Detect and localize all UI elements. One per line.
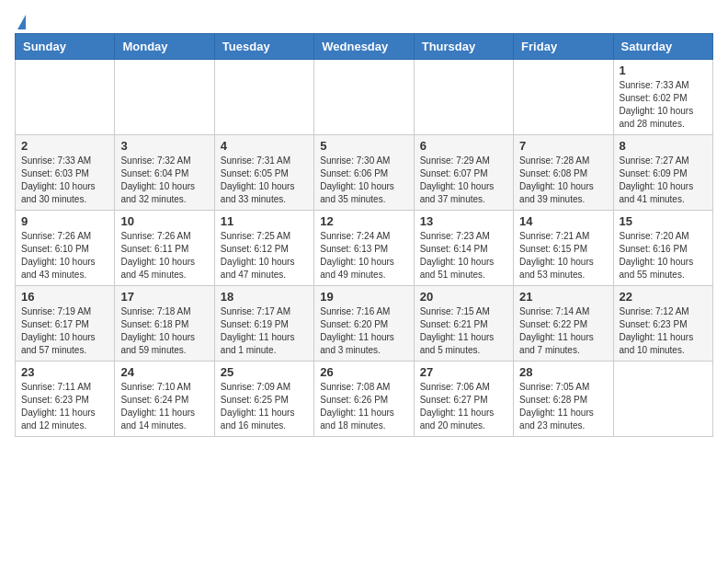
day-number-5: 5 bbox=[320, 139, 407, 153]
day-info-20: Sunrise: 7:15 AM Sunset: 6:21 PM Dayligh… bbox=[420, 305, 507, 357]
calendar-body: 1Sunrise: 7:33 AM Sunset: 6:02 PM Daylig… bbox=[16, 60, 713, 437]
day-cell-16: 16Sunrise: 7:19 AM Sunset: 6:17 PM Dayli… bbox=[16, 286, 115, 362]
day-number-15: 15 bbox=[620, 214, 707, 228]
empty-cell bbox=[414, 60, 513, 135]
day-cell-1: 1Sunrise: 7:33 AM Sunset: 6:02 PM Daylig… bbox=[613, 60, 712, 135]
calendar-table: SundayMondayTuesdayWednesdayThursdayFrid… bbox=[15, 33, 713, 437]
day-info-23: Sunrise: 7:11 AM Sunset: 6:23 PM Dayligh… bbox=[21, 381, 108, 432]
day-cell-11: 11Sunrise: 7:25 AM Sunset: 6:12 PM Dayli… bbox=[214, 211, 313, 286]
weekday-header-friday: Friday bbox=[514, 34, 613, 60]
day-number-16: 16 bbox=[21, 290, 108, 304]
day-info-4: Sunrise: 7:31 AM Sunset: 6:05 PM Dayligh… bbox=[221, 155, 308, 206]
day-number-1: 1 bbox=[620, 63, 707, 77]
day-number-6: 6 bbox=[420, 139, 507, 153]
day-cell-28: 28Sunrise: 7:05 AM Sunset: 6:28 PM Dayli… bbox=[514, 362, 613, 437]
day-cell-21: 21Sunrise: 7:14 AM Sunset: 6:22 PM Dayli… bbox=[514, 286, 613, 362]
week-row-2: 2Sunrise: 7:33 AM Sunset: 6:03 PM Daylig… bbox=[16, 135, 713, 211]
day-info-26: Sunrise: 7:08 AM Sunset: 6:26 PM Dayligh… bbox=[320, 381, 407, 432]
day-info-27: Sunrise: 7:06 AM Sunset: 6:27 PM Dayligh… bbox=[420, 381, 507, 432]
day-number-20: 20 bbox=[420, 290, 507, 304]
day-number-10: 10 bbox=[120, 214, 208, 228]
day-cell-8: 8Sunrise: 7:27 AM Sunset: 6:09 PM Daylig… bbox=[613, 135, 712, 211]
day-number-28: 28 bbox=[519, 365, 607, 379]
day-info-3: Sunrise: 7:32 AM Sunset: 6:04 PM Dayligh… bbox=[120, 155, 208, 206]
day-info-7: Sunrise: 7:28 AM Sunset: 6:08 PM Dayligh… bbox=[519, 155, 607, 206]
day-info-1: Sunrise: 7:33 AM Sunset: 6:02 PM Dayligh… bbox=[620, 79, 707, 131]
day-number-14: 14 bbox=[519, 214, 607, 228]
page-header bbox=[15, 15, 713, 26]
day-cell-12: 12Sunrise: 7:24 AM Sunset: 6:13 PM Dayli… bbox=[314, 211, 414, 286]
day-number-3: 3 bbox=[120, 139, 208, 153]
day-info-14: Sunrise: 7:21 AM Sunset: 6:15 PM Dayligh… bbox=[519, 230, 607, 282]
day-cell-3: 3Sunrise: 7:32 AM Sunset: 6:04 PM Daylig… bbox=[115, 135, 214, 211]
day-number-25: 25 bbox=[221, 365, 308, 379]
week-row-5: 23Sunrise: 7:11 AM Sunset: 6:23 PM Dayli… bbox=[16, 362, 713, 437]
day-info-6: Sunrise: 7:29 AM Sunset: 6:07 PM Dayligh… bbox=[420, 155, 507, 206]
logo bbox=[15, 15, 26, 26]
day-info-21: Sunrise: 7:14 AM Sunset: 6:22 PM Dayligh… bbox=[519, 305, 607, 357]
week-row-3: 9Sunrise: 7:26 AM Sunset: 6:10 PM Daylig… bbox=[16, 211, 713, 286]
day-cell-23: 23Sunrise: 7:11 AM Sunset: 6:23 PM Dayli… bbox=[16, 362, 115, 437]
weekday-header-monday: Monday bbox=[115, 34, 214, 60]
day-cell-26: 26Sunrise: 7:08 AM Sunset: 6:26 PM Dayli… bbox=[314, 362, 414, 437]
weekday-header-thursday: Thursday bbox=[414, 34, 513, 60]
day-number-11: 11 bbox=[221, 214, 308, 228]
day-info-5: Sunrise: 7:30 AM Sunset: 6:06 PM Dayligh… bbox=[320, 155, 407, 206]
day-number-22: 22 bbox=[620, 290, 707, 304]
day-number-17: 17 bbox=[120, 290, 208, 304]
day-number-2: 2 bbox=[21, 139, 108, 153]
day-number-7: 7 bbox=[519, 139, 607, 153]
day-number-26: 26 bbox=[320, 365, 407, 379]
day-info-15: Sunrise: 7:20 AM Sunset: 6:16 PM Dayligh… bbox=[620, 230, 707, 282]
day-info-28: Sunrise: 7:05 AM Sunset: 6:28 PM Dayligh… bbox=[519, 381, 607, 432]
day-cell-25: 25Sunrise: 7:09 AM Sunset: 6:25 PM Dayli… bbox=[214, 362, 313, 437]
day-cell-20: 20Sunrise: 7:15 AM Sunset: 6:21 PM Dayli… bbox=[414, 286, 513, 362]
day-info-24: Sunrise: 7:10 AM Sunset: 6:24 PM Dayligh… bbox=[120, 381, 208, 432]
day-cell-17: 17Sunrise: 7:18 AM Sunset: 6:18 PM Dayli… bbox=[115, 286, 214, 362]
day-number-4: 4 bbox=[221, 139, 308, 153]
day-cell-13: 13Sunrise: 7:23 AM Sunset: 6:14 PM Dayli… bbox=[414, 211, 513, 286]
day-cell-10: 10Sunrise: 7:26 AM Sunset: 6:11 PM Dayli… bbox=[115, 211, 214, 286]
weekday-header-tuesday: Tuesday bbox=[214, 34, 313, 60]
day-info-22: Sunrise: 7:12 AM Sunset: 6:23 PM Dayligh… bbox=[620, 305, 707, 357]
day-number-13: 13 bbox=[420, 214, 507, 228]
day-info-10: Sunrise: 7:26 AM Sunset: 6:11 PM Dayligh… bbox=[120, 230, 208, 282]
weekday-header-sunday: Sunday bbox=[16, 34, 115, 60]
day-cell-15: 15Sunrise: 7:20 AM Sunset: 6:16 PM Dayli… bbox=[613, 211, 712, 286]
weekday-header-wednesday: Wednesday bbox=[314, 34, 414, 60]
day-cell-9: 9Sunrise: 7:26 AM Sunset: 6:10 PM Daylig… bbox=[16, 211, 115, 286]
day-cell-7: 7Sunrise: 7:28 AM Sunset: 6:08 PM Daylig… bbox=[514, 135, 613, 211]
empty-cell bbox=[314, 60, 414, 135]
day-number-23: 23 bbox=[21, 365, 108, 379]
empty-cell bbox=[214, 60, 313, 135]
weekday-header-saturday: Saturday bbox=[613, 34, 712, 60]
calendar-header: SundayMondayTuesdayWednesdayThursdayFrid… bbox=[16, 34, 713, 60]
empty-cell bbox=[16, 60, 115, 135]
day-cell-5: 5Sunrise: 7:30 AM Sunset: 6:06 PM Daylig… bbox=[314, 135, 414, 211]
empty-cell bbox=[115, 60, 214, 135]
day-cell-4: 4Sunrise: 7:31 AM Sunset: 6:05 PM Daylig… bbox=[214, 135, 313, 211]
day-info-8: Sunrise: 7:27 AM Sunset: 6:09 PM Dayligh… bbox=[620, 155, 707, 206]
empty-cell bbox=[613, 362, 712, 437]
empty-cell bbox=[514, 60, 613, 135]
day-number-18: 18 bbox=[221, 290, 308, 304]
day-info-12: Sunrise: 7:24 AM Sunset: 6:13 PM Dayligh… bbox=[320, 230, 407, 282]
week-row-1: 1Sunrise: 7:33 AM Sunset: 6:02 PM Daylig… bbox=[16, 60, 713, 135]
day-info-19: Sunrise: 7:16 AM Sunset: 6:20 PM Dayligh… bbox=[320, 305, 407, 357]
week-row-4: 16Sunrise: 7:19 AM Sunset: 6:17 PM Dayli… bbox=[16, 286, 713, 362]
day-number-12: 12 bbox=[320, 214, 407, 228]
weekday-header-row: SundayMondayTuesdayWednesdayThursdayFrid… bbox=[16, 34, 713, 60]
day-number-27: 27 bbox=[420, 365, 507, 379]
day-info-17: Sunrise: 7:18 AM Sunset: 6:18 PM Dayligh… bbox=[120, 305, 208, 357]
day-cell-18: 18Sunrise: 7:17 AM Sunset: 6:19 PM Dayli… bbox=[214, 286, 313, 362]
day-number-24: 24 bbox=[120, 365, 208, 379]
day-info-18: Sunrise: 7:17 AM Sunset: 6:19 PM Dayligh… bbox=[221, 305, 308, 357]
logo-arrow-icon bbox=[17, 15, 26, 29]
day-cell-22: 22Sunrise: 7:12 AM Sunset: 6:23 PM Dayli… bbox=[613, 286, 712, 362]
day-number-19: 19 bbox=[320, 290, 407, 304]
day-cell-2: 2Sunrise: 7:33 AM Sunset: 6:03 PM Daylig… bbox=[16, 135, 115, 211]
day-number-21: 21 bbox=[519, 290, 607, 304]
day-cell-27: 27Sunrise: 7:06 AM Sunset: 6:27 PM Dayli… bbox=[414, 362, 513, 437]
day-cell-24: 24Sunrise: 7:10 AM Sunset: 6:24 PM Dayli… bbox=[115, 362, 214, 437]
day-info-11: Sunrise: 7:25 AM Sunset: 6:12 PM Dayligh… bbox=[221, 230, 308, 282]
